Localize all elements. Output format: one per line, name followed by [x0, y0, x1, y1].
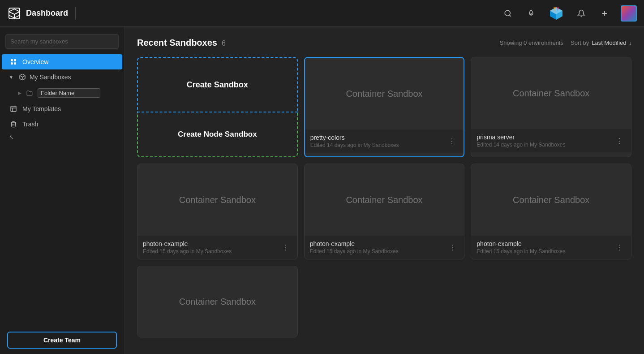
card-menu-button[interactable]: ⋮ — [446, 136, 458, 147]
sort-control[interactable]: Sort by Last Modified ↓ — [571, 39, 631, 46]
sidebar-item-my-sandboxes[interactable]: ▼ My Sandboxes — [2, 69, 122, 85]
main-layout: Overview ▼ My Sandboxes ▶ — [0, 27, 644, 354]
fire-icon — [527, 9, 535, 17]
card-info: photon-example Edited 15 days ago in My … — [143, 240, 232, 255]
sandbox-card-photon-1[interactable]: Container Sandbox photon-example Edited … — [137, 164, 298, 259]
sidebar-item-my-templates[interactable]: My Templates — [2, 101, 122, 117]
card-footer: prisma server Edited 14 days ago in My S… — [471, 129, 631, 152]
app-header: Dashboard — [0, 0, 644, 27]
section-title: Recent Sandboxes 6 — [137, 38, 226, 48]
cursor-area: ↖ — [0, 132, 124, 142]
card-footer: pretty-colors Edited 14 days ago in My S… — [305, 130, 464, 153]
plus-icon — [601, 9, 609, 17]
cube-icon — [18, 73, 27, 81]
sort-by-label: Sort by — [571, 39, 589, 46]
sidebar: Overview ▼ My Sandboxes ▶ — [0, 27, 125, 354]
card-info: pretty-colors Edited 14 days ago in My S… — [310, 134, 399, 148]
gem-button[interactable] — [547, 4, 565, 22]
template-icon — [9, 105, 18, 112]
create-team-button[interactable]: Create Team — [7, 332, 117, 349]
card-preview: Container Sandbox — [471, 57, 631, 129]
svg-rect-14 — [11, 106, 16, 112]
search-icon — [504, 9, 512, 17]
card-info: prisma server Edited 14 days ago in My S… — [477, 134, 565, 148]
create-node-sandbox-label: Create Node Sandbox — [178, 130, 257, 139]
svg-rect-10 — [14, 59, 16, 61]
logo: Dashboard — [7, 6, 68, 21]
card-preview: Container Sandbox — [305, 58, 464, 130]
chevron-right-icon: ▶ — [18, 91, 21, 95]
card-footer: photon-example Edited 15 days ago in My … — [305, 236, 464, 259]
sidebar-item-trash[interactable]: Trash — [2, 117, 122, 132]
notifications-button[interactable] — [574, 6, 588, 21]
svg-rect-11 — [11, 62, 13, 65]
card-preview: Container Sandbox — [305, 164, 464, 236]
card-info: photon-example Edited 15 days ago in My … — [310, 240, 399, 255]
sandbox-card-prisma-server[interactable]: Container Sandbox prisma server Edited 1… — [471, 57, 631, 157]
sandbox-search-input[interactable] — [5, 34, 119, 49]
svg-point-1 — [505, 10, 510, 16]
chevron-down-icon: ▼ — [9, 75, 13, 80]
content-controls: Showing 0 environments Sort by Last Modi… — [500, 39, 631, 46]
sidebar-item-sandboxes-label: My Sandboxes — [30, 73, 71, 81]
card-menu-button[interactable]: ⋮ — [279, 242, 292, 253]
sandbox-grid: Create Sandbox Create Node Sandbox Conta… — [137, 57, 631, 337]
sandbox-card-pretty-colors[interactable]: Container Sandbox pretty-colors Edited 1… — [304, 57, 465, 157]
sidebar-item-trash-label: Trash — [22, 121, 38, 128]
svg-rect-12 — [14, 62, 16, 65]
logo-icon — [7, 6, 21, 21]
sort-value: Last Modified — [592, 39, 626, 46]
sort-arrow-icon: ↓ — [629, 40, 632, 46]
header-actions — [501, 4, 637, 22]
card-preview: Container Sandbox — [137, 266, 297, 337]
card-preview: Container Sandbox — [137, 164, 297, 236]
sandbox-card-partial[interactable]: Container Sandbox — [137, 266, 298, 337]
sidebar-item-templates-label: My Templates — [22, 105, 61, 112]
card-menu-button[interactable]: ⋮ — [446, 242, 459, 253]
card-footer: photon-example Edited 15 days ago in My … — [137, 236, 297, 259]
folder-name-input[interactable] — [38, 88, 100, 98]
bell-icon — [577, 9, 585, 17]
card-info: photon-example Edited 15 days ago in My … — [477, 240, 565, 255]
create-sandbox-label: Create Sandbox — [187, 80, 248, 90]
activity-button[interactable] — [524, 6, 538, 21]
card-preview: Container Sandbox — [471, 164, 631, 236]
sidebar-item-overview-label: Overview — [22, 58, 48, 65]
main-content: Recent Sandboxes 6 Showing 0 environment… — [125, 27, 644, 354]
folder-icon — [25, 90, 34, 96]
content-header: Recent Sandboxes 6 Showing 0 environment… — [137, 38, 631, 48]
header-divider — [75, 7, 76, 20]
sidebar-item-overview[interactable]: Overview — [2, 54, 122, 69]
sidebar-item-folder[interactable]: ▶ — [2, 85, 122, 101]
add-button[interactable] — [597, 6, 612, 21]
overview-icon — [9, 58, 18, 65]
user-avatar[interactable] — [621, 5, 637, 22]
sandbox-card-photon-3[interactable]: Container Sandbox photon-example Edited … — [471, 164, 631, 259]
card-footer: photon-example Edited 15 days ago in My … — [471, 236, 631, 259]
trash-icon — [9, 121, 18, 128]
search-button[interactable] — [501, 6, 515, 21]
card-menu-button[interactable]: ⋮ — [613, 242, 626, 253]
cursor-icon: ↖ — [9, 134, 14, 141]
gem-icon — [548, 5, 564, 22]
card-menu-button[interactable]: ⋮ — [613, 136, 626, 146]
sandbox-card-photon-2[interactable]: Container Sandbox photon-example Edited … — [304, 164, 465, 259]
svg-rect-9 — [11, 59, 13, 61]
create-sandbox-card[interactable]: Create Sandbox Create Node Sandbox — [137, 57, 298, 157]
